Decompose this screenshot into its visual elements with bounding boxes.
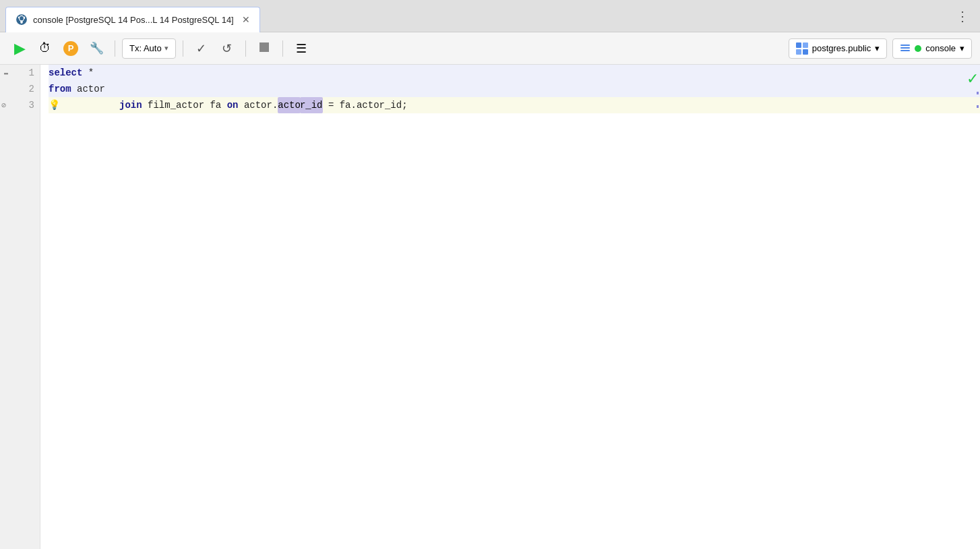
console-chevron: ▾ [960,43,964,53]
tab-close-button[interactable]: ✕ [242,14,250,25]
fold-icon-1[interactable]: ▬ [4,69,8,77]
code-line-2: from actor [49,81,980,97]
separator-1 [115,40,115,57]
ident-actor-dot: actor. [238,97,278,113]
console-selector[interactable]: console ▾ [892,38,972,59]
db-icon [796,42,808,55]
console-status-dot [915,45,921,52]
keyword-join: join [96,97,142,113]
console-tab[interactable]: console [PostgreSQL 14 Pos...L 14 Postgr… [5,7,260,32]
db-chevron: ▾ [875,43,880,53]
stop-button[interactable] [253,37,276,60]
svg-point-2 [20,16,24,21]
run-icon: ▶ [14,40,26,57]
code-line-3: 💡 join film_actor fa on actor.actor_id =… [49,97,980,113]
db-label: postgres.public [812,43,871,53]
line-number-2: 2 [29,84,34,94]
code-editor[interactable]: select * from actor 💡 join film_actor fa… [40,65,980,549]
ident-film-actor: film_actor fa [142,97,227,113]
line-number-gutter: ▬ 1 2 ⊘ 3 [0,65,40,549]
code-line-1: select * [49,65,980,81]
undo-icon: ↺ [222,41,232,56]
tab-more-button[interactable]: ⋮ [950,8,975,24]
tab-bar: console [PostgreSQL 14 Pos...L 14 Postgr… [0,0,980,32]
highlighted-actorid: acto [278,97,301,113]
svg-rect-8 [900,50,910,51]
keyword-on: on [227,97,239,113]
wrench-button[interactable]: 🔧 [85,37,108,60]
ident-equals: = fa.actor_id; [323,97,408,113]
tx-label: Tx: Auto [129,43,162,53]
separator-4 [282,40,283,57]
grid-button[interactable]: ☰ [290,37,313,60]
svg-rect-4 [18,17,20,19]
join-indent [63,97,96,113]
line-number-1: 1 [29,67,34,78]
toolbar: ▶ ⏱ P 🔧 Tx: Auto ▾ ✓ ↺ ☰ [0,32,980,65]
console-icon [900,43,911,54]
gutter-line-1: ▬ 1 [0,65,40,81]
tx-chevron: ▾ [164,44,169,53]
check-button[interactable]: ✓ [190,37,213,60]
gutter-line-2: 2 [0,81,40,97]
tx-selector[interactable]: Tx: Auto ▾ [122,38,176,59]
keyword-select: select [49,65,82,81]
stop-icon [259,41,269,55]
db-selector[interactable]: postgres.public ▾ [789,38,887,59]
right-gutter: ✓ [971,65,980,549]
console-label: console [925,43,956,53]
svg-rect-3 [24,17,25,19]
history-icon: ⏱ [39,41,51,55]
run-button[interactable]: ▶ [8,37,31,60]
postgresql-icon [16,13,28,26]
op-star: * [82,65,94,81]
separator-2 [183,40,183,57]
gutter-line-3: ⊘ 3 [0,97,40,113]
toolbar-right: postgres.public ▾ console ▾ [789,38,972,59]
svg-rect-6 [900,45,910,46]
check-icon: ✓ [196,41,206,56]
p-icon: P [63,41,78,56]
keyword-from: from [49,81,71,97]
svg-rect-7 [900,47,910,49]
grid-icon: ☰ [296,41,307,56]
tab-label: console [PostgreSQL 14 Pos...L 14 Postgr… [33,15,234,25]
highlighted-actorid-2: r_id [300,97,323,113]
ident-actor: actor [71,81,105,97]
hint-lightbulb[interactable]: 💡 [49,97,60,113]
warning-icon-3: ⊘ [1,100,6,111]
editor-container: ▬ 1 2 ⊘ 3 select * from actor 💡 join fil… [0,65,980,549]
separator-3 [245,40,246,57]
undo-button[interactable]: ↺ [216,37,239,60]
checkmark-icon: ✓ [967,70,979,88]
wrench-icon: 🔧 [90,41,104,55]
right-marker-line-2 [977,105,979,108]
line-number-3: 3 [29,100,34,111]
svg-rect-5 [20,20,22,24]
p-button[interactable]: P [59,37,82,60]
history-button[interactable]: ⏱ [34,37,57,60]
right-marker-line-1 [977,92,979,94]
